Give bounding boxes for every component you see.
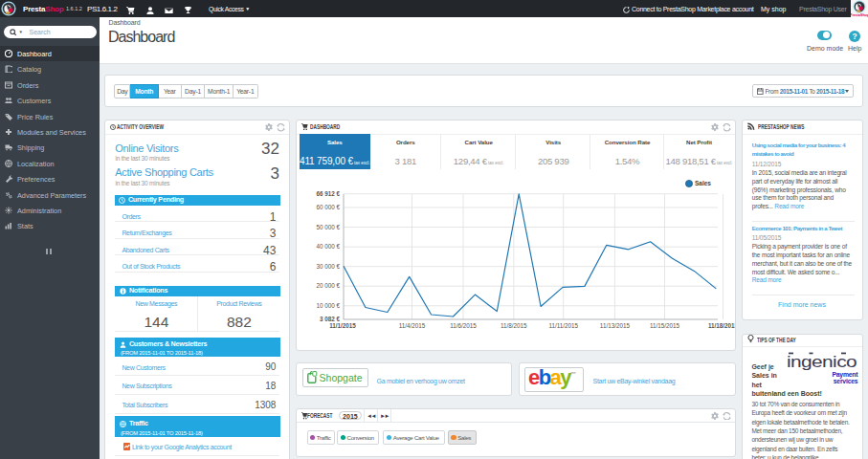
svg-text:11/4/2015: 11/4/2015 [399, 322, 426, 329]
svg-text:60 000 €: 60 000 € [316, 204, 340, 210]
svg-text:11/18/2015: 11/18/2015 [708, 322, 735, 329]
svg-text:ingenico: ingenico [787, 353, 857, 371]
svg-text:11/13/2015: 11/13/2015 [600, 322, 631, 329]
svg-text:10 000 €: 10 000 € [316, 301, 340, 308]
svg-text:66 912 €: 66 912 € [316, 189, 340, 196]
svg-text:11/6/2015: 11/6/2015 [450, 322, 477, 329]
svg-text:40 000 €: 40 000 € [316, 243, 340, 250]
svg-text:20 000 €: 20 000 € [316, 282, 340, 289]
svg-text:11/8/2015: 11/8/2015 [501, 322, 527, 329]
svg-text:11/15/2015: 11/15/2015 [650, 322, 680, 329]
svg-text:Sales: Sales [695, 180, 711, 186]
svg-text:11/1/2015: 11/1/2015 [329, 322, 356, 329]
svg-text:50 000 €: 50 000 € [316, 223, 340, 230]
svg-text:30 000 €: 30 000 € [316, 262, 340, 269]
svg-text:11/11/2015: 11/11/2015 [548, 322, 578, 329]
